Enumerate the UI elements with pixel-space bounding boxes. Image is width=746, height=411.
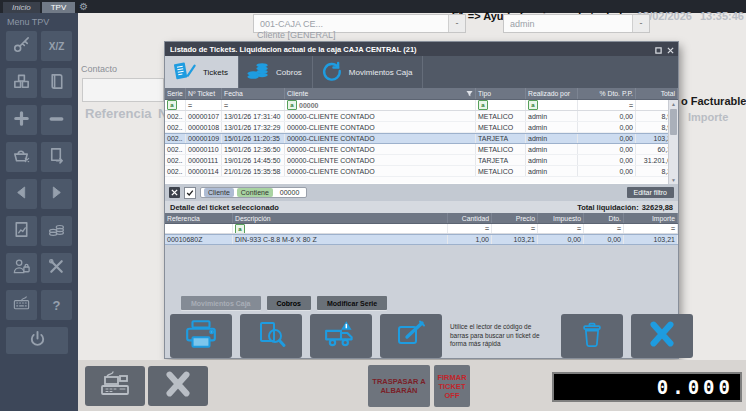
dialog-titlebar[interactable]: Listado de Tickets. Liquidacion actual d… [165, 42, 678, 56]
settings-gear-icon[interactable]: ⚙ [79, 1, 88, 13]
ticket-row-clipped[interactable] [165, 177, 678, 183]
abc-filter-icon: a [167, 100, 177, 110]
column-dto-detail[interactable]: Dto. [584, 213, 624, 223]
user-combo[interactable]: admin - [503, 14, 650, 33]
tickets-rows: 002.. 00000107 13/01/26 17:31:40 00000-C… [165, 111, 678, 177]
sidebar-button-remove[interactable] [41, 105, 72, 135]
column-serie[interactable]: Serie [165, 88, 186, 99]
user-combo-dropdown[interactable]: - [632, 15, 649, 32]
filter-enabled-checkbox[interactable] [184, 187, 196, 199]
open-register-button[interactable] [85, 366, 145, 406]
ticket-row[interactable]: 002.. 00000109 15/01/26 11:20:35 00000-C… [165, 133, 678, 144]
cell-ticket: 00000110 [186, 144, 222, 154]
tab-inicio[interactable]: Inicio [3, 2, 40, 13]
delete-ticket-button[interactable] [561, 314, 623, 358]
sidebar-button-previous[interactable] [6, 179, 37, 209]
sidebar-button-report[interactable] [6, 216, 37, 246]
user-lock-icon [12, 257, 31, 280]
tpv-app: { "colors": { "accent_blue": "#1e9ce0", … [0, 0, 746, 411]
column-impuesto[interactable]: Impuesto [538, 213, 584, 223]
cell-ticket: 00000111 [186, 155, 222, 165]
ticket-row[interactable]: 002.. 00000108 13/01/26 17:32:29 00000-C… [165, 122, 678, 133]
detail-title: Detalle del ticket seleccionado [170, 203, 279, 212]
sidebar-button-tools[interactable] [41, 253, 72, 283]
scroll-up-icon[interactable]: ▲ [669, 100, 678, 108]
edit-filter-button[interactable]: Editar filtro [627, 187, 674, 198]
sidebar-button-add[interactable] [6, 105, 37, 135]
scrollbar-thumb[interactable] [670, 109, 677, 135]
dialog-tab-movimientos[interactable]: Movimientos Caja [313, 56, 424, 88]
sidebar-button-user-permissions[interactable] [6, 253, 37, 283]
cell-fecha: 15/01/26 12:36:50 [222, 144, 285, 154]
table-scrollbar[interactable]: ▲ ▼ [668, 100, 678, 184]
contact-input[interactable] [82, 78, 164, 102]
sidebar-button-recover-document[interactable] [41, 142, 72, 172]
column-importe-detail[interactable]: Importe [624, 213, 678, 223]
sidebar-button-catalog[interactable] [41, 68, 72, 98]
detail-filter-row[interactable]: a = = = = = [165, 224, 678, 234]
detail-row[interactable]: 00010680Z DIN-933 C-8.8 M-6 X 80 Z 1,00 … [165, 234, 678, 245]
dialog-tab-cobros[interactable]: Cobros [239, 56, 313, 88]
column-fecha[interactable]: Fecha [222, 88, 285, 99]
cell-tipo: METALICO [476, 166, 526, 176]
ticket-row[interactable]: 002.. 00000111 19/01/26 14:45:50 00000-C… [165, 155, 678, 166]
filter-chip-group[interactable]: ClienteContiene00000 [200, 187, 307, 198]
edit-pencil-icon [395, 319, 427, 353]
power-icon [28, 329, 47, 352]
action-tab[interactable]: Movimientos Caja [181, 296, 261, 310]
traspasar-albaran-button[interactable]: TRASPASAR A ALBARÁN [368, 365, 430, 407]
firmar-ticket-button[interactable]: FIRMAR TICKET OFF [434, 365, 470, 407]
column-cantidad[interactable]: Cantidad [448, 213, 492, 223]
action-tab[interactable]: Modificar Serie [317, 296, 387, 310]
detail-table: Referencia Descripción Cantidad Precio I… [165, 213, 678, 245]
sidebar-button-xz-report[interactable]: X/Z [41, 31, 72, 61]
close-dialog-button[interactable] [631, 314, 693, 358]
filter-chip[interactable]: Contiene [237, 188, 273, 197]
abc-filter-icon: a [528, 100, 538, 110]
cell-serie: 002.. [165, 122, 186, 132]
plus-icon [12, 109, 31, 132]
sidebar-button-cash[interactable] [41, 216, 72, 246]
column-total[interactable]: Total [636, 88, 678, 99]
sidebar-button-keyboard[interactable] [6, 290, 37, 320]
sidebar-button-empty-basket[interactable] [6, 142, 37, 172]
filter-chip[interactable]: 00000 [276, 188, 303, 197]
column-ticket[interactable]: Nº Ticket [186, 88, 222, 99]
ticket-row[interactable]: 002.. 00000114 21/01/26 15:35:58 00000-C… [165, 166, 678, 177]
tickets-filter-row[interactable]: a = = a00000 a a = = [165, 100, 678, 111]
preview-ticket-button[interactable] [240, 314, 302, 358]
column-precio[interactable]: Precio [492, 213, 538, 223]
delivery-alert-button[interactable] [310, 314, 372, 358]
ticket-row[interactable]: 002.. 00000107 13/01/26 17:31:40 00000-C… [165, 111, 678, 122]
contact-label: Contacto [81, 64, 117, 74]
ticket-row[interactable]: 002.. 00000110 15/01/26 12:36:50 00000-C… [165, 144, 678, 155]
dialog-title: Listado de Tickets. Liquidacion actual d… [170, 45, 655, 54]
cancel-button[interactable] [148, 366, 208, 406]
sidebar-button-power[interactable] [6, 327, 68, 354]
sidebar-button-key[interactable] [6, 31, 37, 61]
tab-tpv[interactable]: TPV [42, 2, 76, 13]
filter-funnel-icon[interactable] [466, 90, 473, 98]
register-combo-dropdown[interactable]: - [448, 15, 465, 32]
filter-chip[interactable]: Cliente [204, 188, 234, 197]
sidebar-button-help[interactable]: ? [41, 290, 72, 320]
dialog-tab-tickets[interactable]: Tickets [165, 56, 239, 88]
cell-tipo: METALICO [476, 144, 526, 154]
sidebar-button-products[interactable] [6, 68, 37, 98]
clear-filter-button[interactable] [169, 187, 180, 198]
column-referencia[interactable]: Referencia [165, 213, 233, 223]
cell-fecha: 15/01/26 11:20:35 [222, 134, 285, 143]
action-tab[interactable]: Cobros [267, 296, 312, 310]
column-descripcion[interactable]: Descripción [233, 213, 448, 223]
sidebar-title: Menu TPV [0, 13, 78, 31]
dialog-tab-label: Movimientos Caja [349, 68, 413, 77]
edit-ticket-button[interactable] [380, 314, 442, 358]
scroll-down-icon[interactable]: ▼ [669, 176, 678, 184]
user-combo-value: admin [504, 15, 632, 32]
print-button[interactable] [170, 314, 232, 358]
column-tipo[interactable]: Tipo [476, 88, 526, 99]
column-dto[interactable]: % Dto. P.P. [578, 88, 636, 99]
column-cliente[interactable]: Cliente [285, 88, 476, 99]
sidebar-button-next[interactable] [41, 179, 72, 209]
column-realizado[interactable]: Realizado por [526, 88, 578, 99]
